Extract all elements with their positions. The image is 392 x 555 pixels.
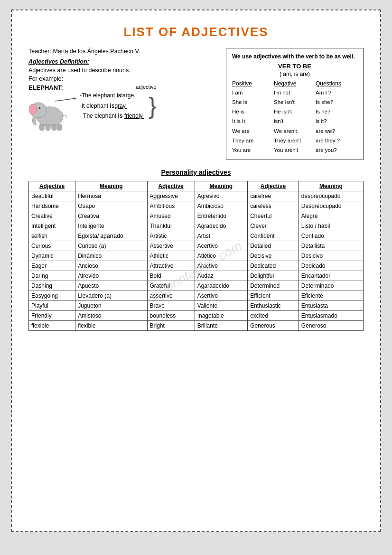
verb-cell-4-2: are we? bbox=[316, 126, 357, 136]
table-cell-10-4: Efficient bbox=[248, 291, 299, 301]
col-header-2: Meaning bbox=[75, 181, 147, 191]
table-cell-11-0: Playful bbox=[29, 301, 75, 310]
table-cell-2-5: Alegre bbox=[299, 211, 363, 221]
page-title: LIST OF ADJECTIVES bbox=[28, 25, 364, 39]
verb-row: She isShe isn'tIs she? bbox=[232, 97, 357, 107]
table-cell-1-4: careless bbox=[248, 201, 299, 211]
table-cell-6-5: Desicivo bbox=[299, 251, 363, 261]
elephant-word: ELEPHANT: bbox=[28, 84, 63, 91]
sentences-bracket: -The elephant islarge. -It elephant isgr… bbox=[74, 91, 157, 122]
table-cell-11-4: Enthusiastic bbox=[248, 301, 299, 310]
svg-point-4 bbox=[40, 108, 40, 108]
sentences-area: adjective -The elephant islarge. -It ele… bbox=[74, 84, 157, 122]
table-cell-5-2: Assertive bbox=[147, 241, 195, 251]
verb-cell-2-1: He isn't bbox=[274, 107, 316, 116]
table-row: DaringAtrevidoBoldAudazDelightfulEncanta… bbox=[29, 271, 364, 281]
verb-cell-0-0: I am bbox=[232, 88, 274, 97]
table-cell-8-0: Daring bbox=[29, 271, 75, 281]
teacher-line: Teacher: María de los Ángeles Pacheco V. bbox=[28, 48, 217, 55]
table-cell-1-2: Ambitious bbox=[147, 201, 195, 211]
col-header-3: Adjective bbox=[147, 181, 195, 191]
table-cell-2-2: Amused bbox=[147, 211, 195, 221]
table-cell-6-4: Decisive bbox=[248, 251, 299, 261]
table-cell-7-5: Dedicado bbox=[299, 261, 363, 271]
verb-cell-3-1: isn't bbox=[274, 116, 316, 126]
verb-row: He isHe isn'tIs he? bbox=[232, 107, 357, 116]
table-cell-3-0: Intelligent bbox=[29, 221, 75, 231]
table-cell-7-3: Aractivo bbox=[195, 261, 248, 271]
table-cell-12-2: boundless bbox=[147, 310, 195, 320]
elephant-left: ELEPHANT: bbox=[28, 84, 71, 131]
col-header-1: Adjective bbox=[29, 181, 75, 191]
elephant-container: ELEPHANT: bbox=[28, 84, 217, 131]
table-cell-2-0: Creative bbox=[29, 211, 75, 221]
arrow-icon bbox=[55, 97, 79, 102]
table-cell-12-3: Inagotable bbox=[195, 310, 248, 320]
table-cell-9-2: Grateful bbox=[147, 281, 195, 291]
right-box-intro: We use adjectives with the verb to be as… bbox=[232, 53, 357, 60]
table-cell-0-3: Agresivo bbox=[195, 191, 248, 201]
table-cell-11-3: Valiente bbox=[195, 301, 248, 310]
table-cell-3-4: Clever bbox=[248, 221, 299, 231]
table-cell-3-2: Thankful bbox=[147, 221, 195, 231]
verb-cell-0-1: I'm not bbox=[274, 88, 316, 97]
table-row: DashingApuestoGratefulAgaradecidoDetermi… bbox=[29, 281, 364, 291]
table-cell-12-0: Friendly bbox=[29, 310, 75, 320]
table-cell-6-0: Dynamic bbox=[29, 251, 75, 261]
personality-heading: Personality adjectives bbox=[28, 169, 364, 176]
table-cell-7-2: Attractive bbox=[147, 261, 195, 271]
verb-cell-6-2: are you? bbox=[316, 145, 357, 155]
svg-rect-7 bbox=[52, 124, 56, 131]
table-cell-0-2: Aggressive bbox=[147, 191, 195, 201]
for-example: For example: bbox=[28, 75, 217, 82]
table-row: FriendlyAmistosoboundlessInagotableexcit… bbox=[29, 310, 364, 320]
verb-cell-2-0: He is bbox=[232, 107, 274, 116]
table-cell-9-1: Apuesto bbox=[75, 281, 147, 291]
table-row: IntelligentInteligenteThankfulAgradecido… bbox=[29, 221, 364, 231]
table-cell-5-1: Curioso (a) bbox=[75, 241, 147, 251]
table-cell-4-0: selfish bbox=[29, 231, 75, 241]
svg-point-3 bbox=[38, 107, 40, 109]
table-row: PlayfulJuguetonBraveValienteEnthusiastic… bbox=[29, 301, 364, 310]
sentences-block: -The elephant islarge. -It elephant isgr… bbox=[80, 91, 144, 122]
verb-row: We areWe aren'tare we? bbox=[232, 126, 357, 136]
adjective-tag: adjective bbox=[93, 84, 157, 90]
table-row: flexibleflexibleBrightBrillanteGenerousG… bbox=[29, 320, 364, 330]
table-body: BeautifulHermosaAggressiveAgresivocarefr… bbox=[29, 191, 364, 330]
table-cell-1-5: Despreocupado bbox=[299, 201, 363, 211]
verb-cell-0-2: Am I ? bbox=[316, 88, 357, 97]
sentence-2: -It elephant isgray. bbox=[80, 101, 144, 112]
verb-to-be-title: VER TO BE bbox=[232, 63, 357, 70]
table-cell-10-5: Eficiente bbox=[299, 291, 363, 301]
table-cell-6-1: Dinámico bbox=[75, 251, 147, 261]
col-header-6: Meaning bbox=[299, 181, 363, 191]
table-cell-10-2: assertive bbox=[147, 291, 195, 301]
table-cell-4-1: Egoísta/ agarrado bbox=[75, 231, 147, 241]
table-cell-12-4: excited bbox=[248, 310, 299, 320]
table-cell-6-2: Athletic bbox=[147, 251, 195, 261]
table-header-row: Adjective Meaning Adjective Meaning Adje… bbox=[29, 181, 364, 191]
table-cell-10-1: Llevadero (a) bbox=[75, 291, 147, 301]
verb-row: It is Itisn'tis it? bbox=[232, 116, 357, 126]
table-cell-5-3: Acertivo bbox=[195, 241, 248, 251]
adjectives-table: Adjective Meaning Adjective Meaning Adje… bbox=[28, 181, 364, 331]
table-cell-4-5: Confiado bbox=[299, 231, 363, 241]
verb-cell-1-2: Is she? bbox=[316, 97, 357, 107]
table-cell-7-4: Dedicated bbox=[248, 261, 299, 271]
table-cell-3-5: Listo / hábil bbox=[299, 221, 363, 231]
table-cell-8-2: Bold bbox=[147, 271, 195, 281]
svg-point-2 bbox=[29, 104, 37, 114]
right-box: We use adjectives with the verb to be as… bbox=[226, 48, 364, 160]
table-cell-1-1: Guapo bbox=[75, 201, 147, 211]
table-row: EagerAnciosoAttractiveAractivoDedicatedD… bbox=[29, 261, 364, 271]
table-cell-3-1: Inteligente bbox=[75, 221, 147, 231]
col-header-5: Adjective bbox=[248, 181, 299, 191]
col-header-4: Meaning bbox=[195, 181, 248, 191]
svg-rect-6 bbox=[46, 124, 50, 131]
table-cell-5-5: Detallista bbox=[299, 241, 363, 251]
svg-marker-10 bbox=[73, 97, 76, 100]
table-cell-8-1: Atrevido bbox=[75, 271, 147, 281]
table-cell-8-5: Encantador bbox=[299, 271, 363, 281]
verb-cell-3-0: It is It bbox=[232, 116, 274, 126]
verb-cell-5-2: are they ? bbox=[316, 136, 357, 145]
